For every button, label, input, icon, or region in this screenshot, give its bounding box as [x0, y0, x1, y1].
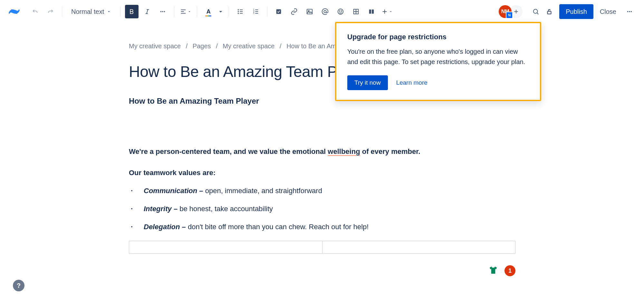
svg-line-38 — [537, 13, 539, 14]
svg-rect-31 — [369, 10, 371, 14]
collaborators: NM N — [499, 5, 523, 18]
user-avatar[interactable]: NM N — [499, 5, 512, 18]
notification-badge[interactable]: 1 — [505, 265, 515, 276]
breadcrumb-item[interactable]: My creative space — [129, 42, 181, 50]
svg-point-41 — [629, 11, 630, 12]
value-dash: – — [180, 223, 187, 231]
insert-dropdown[interactable] — [380, 5, 394, 18]
italic-button[interactable] — [140, 5, 154, 18]
publish-button[interactable]: Publish — [559, 4, 593, 19]
mention-button[interactable] — [318, 5, 332, 18]
svg-point-4 — [162, 11, 163, 12]
editor-toolbar: Normal text A 123 NM N — [0, 0, 644, 23]
intro-underlined: wellbeing — [328, 147, 360, 155]
toolbar-separator — [62, 6, 62, 17]
chevron-down-icon — [187, 8, 191, 15]
svg-point-26 — [340, 11, 340, 11]
close-button[interactable]: Close — [593, 4, 623, 19]
intro-text: We're a person-centered team, and we val… — [129, 147, 328, 155]
popover-actions: Try it now Learn more — [347, 75, 529, 90]
breadcrumb-item[interactable]: My creative space — [223, 42, 274, 50]
svg-rect-22 — [307, 9, 312, 14]
breadcrumb-separator: / — [280, 42, 282, 50]
chevron-down-icon — [389, 8, 393, 15]
svg-point-11 — [238, 13, 239, 14]
svg-point-27 — [341, 11, 342, 11]
value-desc: be honest, take accountability — [179, 205, 273, 213]
toolbar-separator — [120, 6, 120, 17]
list-item[interactable]: Delegation – don't bite off more than yo… — [129, 223, 515, 231]
svg-rect-32 — [372, 10, 374, 14]
popover-title: Upgrade for page restrictions — [347, 33, 529, 41]
help-button[interactable]: ? — [13, 280, 24, 291]
breadcrumb-separator: / — [186, 42, 188, 50]
image-button[interactable] — [303, 5, 316, 18]
svg-rect-21 — [276, 9, 281, 14]
value-desc: don't bite off more than you can chew. R… — [188, 223, 369, 231]
text-color-dropdown[interactable] — [217, 5, 224, 18]
upgrade-popover: Upgrade for page restrictions You're on … — [335, 22, 541, 101]
toolbar-separator — [229, 6, 229, 17]
text-style-dropdown[interactable]: Normal text — [67, 5, 116, 18]
layouts-button[interactable] — [365, 5, 378, 18]
bold-button[interactable] — [125, 5, 139, 18]
svg-point-5 — [164, 11, 165, 12]
value-term: Communication — [144, 187, 197, 195]
table-element[interactable] — [129, 241, 515, 254]
svg-point-25 — [338, 9, 343, 14]
try-it-now-button[interactable]: Try it now — [347, 75, 388, 90]
svg-rect-39 — [548, 11, 551, 14]
find-replace-button[interactable] — [529, 5, 543, 18]
toolbar-separator — [197, 6, 197, 17]
avatar-badge: N — [506, 12, 513, 19]
action-item-button[interactable] — [272, 5, 285, 18]
color-swatch — [206, 15, 211, 16]
table-button[interactable] — [349, 5, 363, 18]
redo-button[interactable] — [44, 5, 57, 18]
value-dash: – — [172, 205, 179, 213]
learn-more-link[interactable]: Learn more — [396, 79, 428, 86]
shirt-icon[interactable] — [488, 265, 498, 276]
values-heading[interactable]: Our teamwork values are: — [129, 169, 515, 177]
popover-body: You're on the free plan, so anyone who's… — [347, 46, 529, 67]
more-actions-button[interactable] — [623, 5, 636, 18]
chevron-down-icon — [217, 8, 224, 15]
list-item[interactable]: Integrity – be honest, take accountabili… — [129, 205, 515, 213]
svg-point-42 — [631, 11, 632, 12]
value-desc: open, immediate, and straightforward — [205, 187, 322, 195]
align-dropdown[interactable] — [179, 5, 192, 18]
link-button[interactable] — [287, 5, 301, 18]
svg-line-0 — [147, 10, 148, 14]
breadcrumb-separator: / — [216, 42, 218, 50]
bullet-list-button[interactable] — [234, 5, 247, 18]
svg-point-24 — [324, 10, 326, 13]
list-item[interactable]: Communication – open, immediate, and str… — [129, 187, 515, 195]
toolbar-separator — [267, 6, 267, 17]
restrictions-button[interactable] — [543, 5, 556, 18]
toolbar-separator — [174, 6, 174, 17]
svg-point-40 — [627, 11, 629, 12]
text-color-button[interactable]: A — [202, 5, 215, 18]
svg-point-37 — [533, 9, 538, 14]
intro-paragraph[interactable]: We're a person-centered team, and we val… — [129, 147, 515, 156]
confluence-logo[interactable] — [8, 5, 21, 18]
svg-text:3: 3 — [253, 12, 255, 14]
chevron-down-icon — [107, 9, 111, 14]
intro-text: of every member. — [360, 147, 420, 155]
text-style-label: Normal text — [71, 8, 104, 15]
more-formatting-button[interactable] — [156, 5, 169, 18]
emoji-button[interactable] — [334, 5, 347, 18]
value-term: Integrity — [144, 205, 172, 213]
value-dash: – — [197, 187, 205, 195]
undo-button[interactable] — [28, 5, 42, 18]
svg-point-9 — [238, 10, 239, 10]
value-term: Delegation — [144, 223, 180, 231]
values-list[interactable]: Communication – open, immediate, and str… — [129, 187, 515, 231]
numbered-list-button[interactable]: 123 — [249, 5, 263, 18]
svg-point-10 — [238, 11, 239, 12]
svg-point-3 — [160, 11, 162, 12]
breadcrumb-item[interactable]: Pages — [193, 42, 211, 50]
